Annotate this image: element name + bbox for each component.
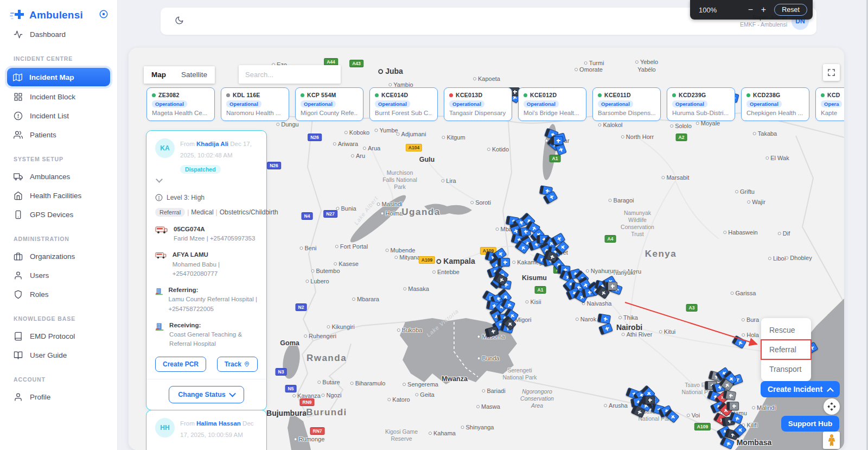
ambulance-marker[interactable] bbox=[642, 396, 655, 404]
pegman-streetview-button[interactable] bbox=[823, 432, 840, 449]
facility-plate: KDL 116E bbox=[233, 92, 260, 98]
sidebar-item-incident-block[interactable]: Incident Block bbox=[0, 87, 117, 106]
facility-status-badge: Operational bbox=[672, 100, 707, 107]
facility-card[interactable]: KCD238GOperationalChepkigen Health ... bbox=[741, 87, 809, 121]
facility-card[interactable]: KCE013DOperationalTangasir Dispensary bbox=[444, 87, 512, 121]
facility-plate: KCD239G bbox=[679, 92, 706, 98]
ambulance-icon bbox=[155, 250, 167, 260]
sidebar-item-label: Incident List bbox=[30, 112, 69, 120]
sidebar-item-label: Organizations bbox=[30, 252, 75, 261]
users-icon bbox=[14, 130, 23, 140]
dark-mode-toggle-icon[interactable] bbox=[175, 16, 184, 27]
tag-type: Obstetrics/Childbirth bbox=[220, 208, 278, 216]
user-icon bbox=[14, 392, 23, 402]
facility-card[interactable]: KCE014DOperationalBurnt Forest Sub C... bbox=[369, 87, 438, 121]
sidebar-item-label: Profile bbox=[30, 393, 50, 401]
facility-name: Tangasir Dispensary bbox=[449, 110, 507, 116]
facility-status-dot bbox=[375, 93, 379, 97]
sidebar-item-roles[interactable]: Roles bbox=[0, 285, 117, 304]
sidebar-section-label: ADMINISTRATION bbox=[0, 224, 117, 247]
hospital-icon bbox=[155, 286, 163, 297]
receiving-value: Coast General Teaching & Referral Hospit… bbox=[169, 331, 242, 347]
create-pcr-button[interactable]: Create PCR bbox=[155, 357, 206, 372]
incident-header: From Khadija Ali Dec 17, 2025, 10:02:48 … bbox=[180, 138, 258, 162]
sidebar-item-label: Dashboard bbox=[30, 30, 66, 39]
facility-card[interactable]: KCDOperaKapte bbox=[815, 87, 844, 121]
fullscreen-button[interactable] bbox=[823, 64, 840, 81]
facility-plate: KCE012D bbox=[530, 92, 557, 98]
app-title: Ambulensi bbox=[29, 9, 83, 21]
change-status-button[interactable]: Change Status bbox=[169, 386, 244, 403]
sidebar-item-incident-list[interactable]: Incident List bbox=[0, 106, 117, 125]
reporter-name-link[interactable]: Halima Hassan bbox=[196, 420, 241, 427]
search-input[interactable] bbox=[239, 65, 341, 84]
zoom-reset-button[interactable]: Reset bbox=[774, 4, 807, 16]
sidebar-item-emd-protocol[interactable]: EMD Protocol bbox=[0, 327, 117, 346]
sidebar-section-label: SYSTEM SETUP bbox=[0, 144, 117, 167]
facility-card[interactable]: KCD239GOperationalHuruma Sub-Distri... bbox=[667, 87, 735, 121]
book-icon bbox=[14, 332, 23, 341]
facility-card[interactable]: ZE3082OperationalMageta Health Ce... bbox=[146, 87, 215, 121]
track-button[interactable]: Track bbox=[217, 357, 258, 372]
sidebar-item-incident-map[interactable]: Incident Map bbox=[7, 68, 110, 86]
facility-status-dot bbox=[301, 93, 304, 97]
ambulance-marker[interactable] bbox=[551, 136, 563, 145]
incident-map[interactable]: JubaKapoetaYambioNzaraEzoTurmiOmorateYeb… bbox=[129, 48, 844, 450]
chevron-down-icon bbox=[229, 390, 236, 397]
ambulance-marker[interactable] bbox=[605, 282, 617, 290]
activity-icon bbox=[14, 30, 23, 39]
ambulance-contact: Farid Mzee | +254705997353 bbox=[174, 235, 255, 242]
sidebar-item-organizations[interactable]: Organizations bbox=[0, 247, 117, 266]
referring-value: Lamu County Referral Hospital | +2547587… bbox=[168, 296, 257, 312]
collapse-sidebar-icon[interactable] bbox=[99, 9, 108, 21]
facility-name: Naromoru Health ... bbox=[226, 110, 284, 116]
reporter-name-link[interactable]: Khadija Ali bbox=[196, 141, 228, 147]
home-icon bbox=[14, 191, 23, 200]
bookopen-icon bbox=[14, 351, 23, 360]
map-type-satellite-button[interactable]: Satellite bbox=[174, 66, 215, 84]
map-type-control: Map Satellite bbox=[144, 66, 215, 84]
sidebar-item-ambulances[interactable]: Ambulances bbox=[0, 167, 117, 186]
user-org: EMKF - Ambulensi bbox=[740, 21, 787, 28]
sidebar-item-label: Incident Block bbox=[30, 93, 75, 101]
pan-control-button[interactable] bbox=[824, 398, 840, 415]
ambulance-marker[interactable] bbox=[497, 258, 510, 267]
facility-status-dot bbox=[598, 93, 602, 97]
receiving-label: Receiving: bbox=[169, 321, 258, 330]
facility-status-dot bbox=[821, 93, 825, 97]
facility-card[interactable]: KDL 116EOperationalNaromoru Health ... bbox=[221, 87, 289, 121]
sidebar-item-gps-devices[interactable]: GPS Devices bbox=[0, 205, 117, 224]
menu-item-transport[interactable]: Transport bbox=[761, 359, 811, 379]
sidebar-item-user-guide[interactable]: User Guide bbox=[0, 346, 117, 365]
facility-status-dot bbox=[672, 93, 676, 97]
facility-name: Huruma Sub-Distri... bbox=[672, 110, 730, 116]
facility-status-dot bbox=[226, 93, 230, 97]
sidebar-item-users[interactable]: Users bbox=[0, 266, 117, 285]
menu-item-referral[interactable]: Referral bbox=[761, 340, 811, 359]
grid-icon bbox=[14, 92, 23, 102]
sidebar-item-dashboard[interactable]: Dashboard bbox=[0, 25, 117, 44]
ambulance-marker[interactable] bbox=[726, 402, 739, 410]
facility-card[interactable]: KCP 554MOperationalMigori County Refe... bbox=[295, 87, 363, 121]
zoom-out-button[interactable]: − bbox=[744, 5, 757, 15]
incident-detail-card[interactable]: HH From Halima Hassan Dec 17, 2025, 10:0… bbox=[146, 410, 267, 450]
ambulensi-logo-icon bbox=[10, 9, 24, 22]
pan-arrows-icon bbox=[827, 402, 837, 411]
facility-plate: KCD bbox=[827, 92, 840, 98]
map-type-map-button[interactable]: Map bbox=[144, 66, 174, 84]
sidebar-section-label: INCIDENT CENTRE bbox=[0, 44, 117, 67]
zoom-level: 100% bbox=[699, 6, 717, 14]
facility-status-badge: Operational bbox=[152, 100, 187, 107]
zoom-in-button[interactable]: + bbox=[757, 5, 770, 15]
zoom-toolbar: 100% − + Reset bbox=[690, 0, 813, 20]
menu-item-rescue[interactable]: Rescue bbox=[761, 320, 811, 340]
sidebar-item-patients[interactable]: Patients bbox=[0, 125, 117, 144]
facility-card[interactable]: KCE011DOperationalBarsombe Dispens... bbox=[592, 87, 661, 121]
sidebar-item-profile[interactable]: Profile bbox=[0, 388, 117, 407]
collapse-incident-icon[interactable] bbox=[156, 176, 163, 183]
sidebar-item-health-facilities[interactable]: Health Facilities bbox=[0, 186, 117, 205]
create-incident-button[interactable]: Create Incident bbox=[761, 381, 840, 397]
support-hub-button[interactable]: Support Hub bbox=[781, 416, 839, 432]
facility-name: Burnt Forest Sub C... bbox=[375, 110, 432, 116]
facility-card[interactable]: KCE012DOperationalMoi's Bridge Healt... bbox=[518, 87, 586, 121]
